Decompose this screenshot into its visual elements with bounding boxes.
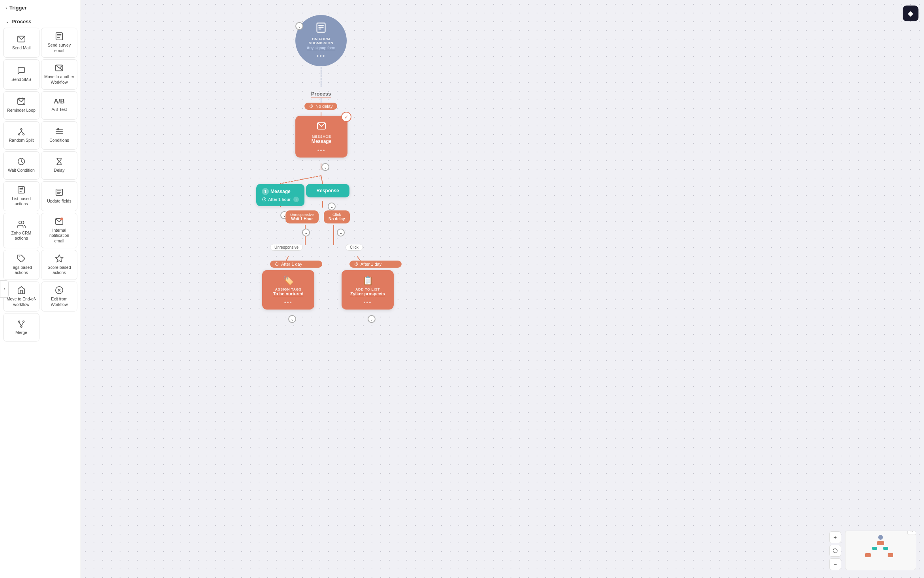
trigger-section-header[interactable]: › Trigger bbox=[0, 0, 81, 14]
delay-icon-add: ⏱ bbox=[354, 262, 359, 266]
sidebar-item-update-fields[interactable]: Update fields bbox=[41, 181, 77, 211]
sidebar-item-random-split[interactable]: Random Split bbox=[3, 121, 39, 150]
add-to-list-delay-label: After 1 day bbox=[361, 262, 381, 266]
sidebar-item-exit-workflow[interactable]: Exit from Workflow bbox=[41, 281, 77, 312]
assign-tags-chevron[interactable]: ⌄ bbox=[288, 315, 296, 323]
list-based-icon bbox=[17, 186, 26, 194]
list-based-label: List based actions bbox=[6, 196, 37, 207]
sidebar-item-delay[interactable]: Delay bbox=[41, 151, 77, 180]
conditions-label: Conditions bbox=[49, 138, 69, 143]
assign-tags-dots[interactable]: ••• bbox=[269, 299, 308, 306]
flow-connectors bbox=[81, 0, 924, 578]
sidebar-item-zoho-crm[interactable]: Zoho CRM actions bbox=[3, 213, 39, 248]
add-to-list-dots[interactable]: ••• bbox=[348, 299, 387, 306]
ab-test-icon: A/B bbox=[54, 98, 65, 105]
app-logo: ◆ bbox=[903, 6, 918, 21]
click-chevron[interactable]: ⌄ bbox=[337, 229, 345, 236]
score-based-label: Score based actions bbox=[44, 265, 75, 276]
sidebar-item-conditions[interactable]: Conditions bbox=[41, 121, 77, 150]
message-node-dots[interactable]: ••• bbox=[302, 147, 341, 154]
click-branch-label: Click bbox=[346, 244, 363, 251]
no-delay-badge[interactable]: ⏱ No delay bbox=[304, 103, 337, 110]
assign-tags-node[interactable]: 🏷️ ASSIGN TAGS To be nurtured ••• ⌄ bbox=[262, 270, 314, 310]
condition-info-icon[interactable]: i bbox=[293, 197, 299, 202]
reset-zoom-button[interactable] bbox=[829, 545, 841, 557]
update-fields-label: Update fields bbox=[47, 199, 71, 204]
exit-workflow-icon bbox=[55, 286, 64, 295]
click-no-delay-node[interactable]: Click No delay ⌄ bbox=[324, 210, 350, 223]
unresponsive-branch-label: Unresponsive bbox=[270, 244, 303, 251]
svg-line-36 bbox=[19, 322, 22, 326]
tags-based-label: Tags based actions bbox=[6, 265, 37, 276]
sidebar-item-internal-notification[interactable]: Internal notification email bbox=[41, 213, 77, 248]
trigger-link[interactable]: Any signup form bbox=[307, 46, 335, 50]
delay-icon bbox=[55, 157, 64, 166]
svg-point-11 bbox=[19, 134, 20, 135]
random-split-label: Random Split bbox=[9, 138, 34, 143]
assign-tags-delay-badge: ⏱ After 1 day bbox=[270, 261, 322, 268]
sidebar-item-ab-test[interactable]: A/B A/B Test bbox=[41, 91, 77, 120]
workflow-canvas[interactable]: ◆ ON FORM SUBMISSION An bbox=[81, 0, 924, 578]
svg-point-16 bbox=[57, 129, 59, 130]
trigger-expand-chevron[interactable]: ⌄ bbox=[295, 22, 303, 30]
svg-point-26 bbox=[19, 221, 22, 223]
svg-rect-1 bbox=[56, 33, 63, 40]
unresponsive-wait-node[interactable]: Unresponsive Wait 1 Hour ⌄ bbox=[285, 210, 319, 223]
zoom-out-button[interactable]: − bbox=[829, 558, 841, 570]
process-items-grid: Send Mail Send survey email Send SMS Mov… bbox=[0, 28, 81, 345]
tags-based-icon bbox=[17, 254, 26, 263]
zoho-crm-label: Zoho CRM actions bbox=[6, 231, 37, 241]
move-end-icon bbox=[17, 286, 26, 295]
add-to-list-chevron[interactable]: ⌄ bbox=[368, 315, 376, 323]
assign-tags-name[interactable]: To be nurtured bbox=[269, 291, 308, 296]
sidebar-collapse-button[interactable]: ‹ bbox=[0, 280, 9, 298]
zoom-in-button[interactable]: + bbox=[829, 531, 841, 543]
trigger-node[interactable]: ON FORM SUBMISSION Any signup form ••• bbox=[295, 15, 347, 66]
add-to-list-node[interactable]: 📋 ADD TO LIST Zyiker prospects ••• ⌄ bbox=[342, 270, 394, 310]
condition-number: 1 bbox=[262, 188, 269, 195]
response-node-chevron[interactable]: ⌄ bbox=[328, 203, 336, 210]
sidebar-item-move-workflow[interactable]: Move to another Workflow bbox=[41, 59, 77, 89]
message-node-name: Message bbox=[302, 139, 341, 144]
sidebar-item-list-based[interactable]: List based actions bbox=[3, 181, 39, 211]
no-delay-label: No delay bbox=[316, 104, 332, 109]
sidebar-item-send-survey[interactable]: Send survey email bbox=[41, 28, 77, 58]
assign-tags-delay-label: After 1 day bbox=[281, 262, 302, 266]
add-to-list-icon: 📋 bbox=[348, 276, 387, 286]
minimap: × bbox=[845, 531, 916, 570]
zoho-crm-icon bbox=[17, 220, 26, 229]
assign-tags-icon: 🏷️ bbox=[269, 276, 308, 286]
sidebar-item-score-based[interactable]: Score based actions bbox=[41, 250, 77, 280]
process-label: Process bbox=[307, 90, 335, 97]
message-node-chevron[interactable]: ⌄ bbox=[321, 163, 329, 171]
sidebar-item-send-sms[interactable]: Send SMS bbox=[3, 59, 39, 89]
message-node[interactable]: ✓ MESSAGE Message ••• ⌄ bbox=[295, 116, 347, 158]
trigger-title: ON FORM SUBMISSION bbox=[299, 37, 343, 45]
svg-point-28 bbox=[60, 218, 63, 220]
sidebar-item-merge[interactable]: Merge bbox=[3, 313, 39, 342]
send-mail-icon bbox=[17, 35, 26, 43]
trigger-dots[interactable]: ••• bbox=[317, 53, 326, 60]
ab-test-label: A/B Test bbox=[52, 107, 67, 113]
move-end-label: Move to End-of-workflow bbox=[6, 297, 37, 307]
sidebar-item-wait-condition[interactable]: Wait Condition bbox=[3, 151, 39, 180]
sidebar-item-send-mail[interactable]: Send Mail bbox=[3, 28, 39, 58]
response-label: Response bbox=[316, 188, 339, 193]
reminder-loop-label: Reminder Loop bbox=[7, 108, 36, 113]
add-to-list-name[interactable]: Zyiker prospects bbox=[348, 291, 387, 296]
internal-notification-icon bbox=[55, 217, 64, 226]
sidebar-item-reminder-loop[interactable]: Reminder Loop bbox=[3, 91, 39, 120]
process-section-header[interactable]: ⌄ Process bbox=[0, 14, 81, 28]
delay-icon-assign: ⏱ bbox=[275, 262, 279, 266]
trigger-form-icon bbox=[316, 22, 327, 36]
delay-label: Delay bbox=[54, 168, 65, 173]
add-to-list-type: ADD TO LIST bbox=[348, 287, 387, 291]
random-split-icon bbox=[17, 127, 26, 136]
sidebar-item-tags-based[interactable]: Tags based actions bbox=[3, 250, 39, 280]
svg-line-37 bbox=[21, 322, 24, 326]
message-condition-node[interactable]: 1 Message After 1 hour i ⌄ bbox=[256, 184, 304, 206]
response-node[interactable]: Response ⌄ bbox=[306, 184, 349, 197]
unresponsive-chevron[interactable]: ⌄ bbox=[302, 229, 310, 236]
assign-tags-wrapper: ⏱ After 1 day 🏷️ ASSIGN TAGS To be nurtu… bbox=[262, 261, 314, 310]
message-condition-label: Message bbox=[270, 189, 291, 194]
